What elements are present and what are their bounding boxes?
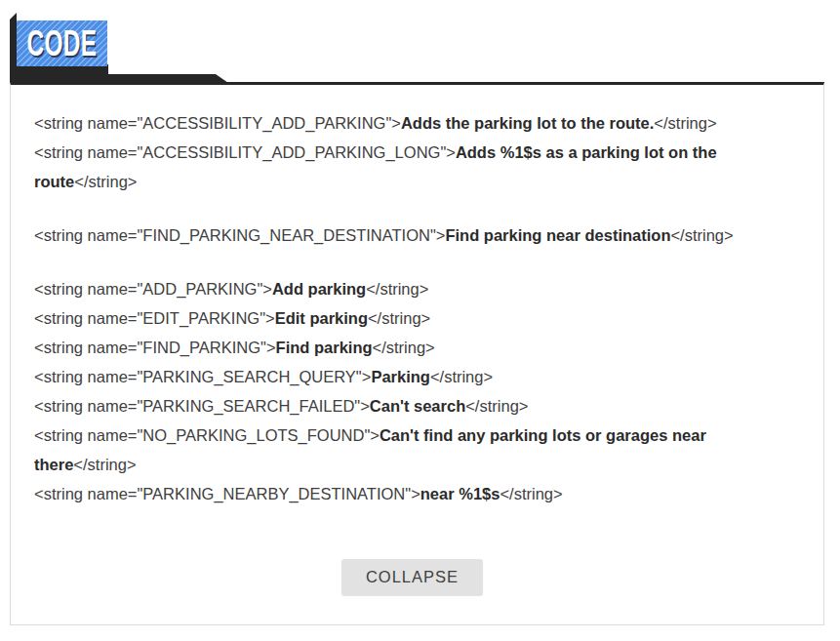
string-value: route: [34, 173, 74, 190]
string-value: Add parking: [272, 280, 366, 298]
string-value: near %1$s: [420, 485, 500, 502]
code-entries: <string name="ACCESSIBILITY_ADD_PARKING"…: [34, 108, 790, 508]
string-value: Find parking: [276, 339, 373, 356]
xml-open-tag: <string name="FIND_PARKING">: [34, 339, 276, 356]
code-group: <string name="FIND_PARKING_NEAR_DESTINAT…: [34, 220, 790, 250]
xml-close-tag: </string>: [373, 339, 435, 356]
string-value: Can't search: [370, 397, 465, 415]
xml-close-tag: </string>: [73, 456, 136, 473]
badge-blue-box: CODE: [17, 20, 107, 66]
code-group: <string name="ADD_PARKING">Add parking</…: [34, 274, 790, 508]
badge-label: CODE: [27, 25, 98, 61]
xml-open-tag: <string name="PARKING_SEARCH_FAILED">: [34, 397, 370, 415]
code-group: <string name="ACCESSIBILITY_ADD_PARKING"…: [34, 108, 790, 196]
xml-string-entry: <string name="FIND_PARKING">Find parking…: [34, 333, 790, 362]
xml-string-entry: <string name="PARKING_NEARBY_DESTINATION…: [34, 479, 790, 508]
xml-close-tag: </string>: [465, 397, 528, 415]
xml-close-tag: </string>: [74, 173, 137, 190]
xml-close-tag: </string>: [500, 485, 562, 502]
xml-string-entry: <string name="ACCESSIBILITY_ADD_PARKING"…: [34, 108, 790, 138]
xml-string-entry: <string name="EDIT_PARKING">Edit parking…: [34, 303, 790, 333]
button-row: COLLAPSE: [34, 559, 790, 595]
page: CODE <string name="ACCESSIBILITY_ADD_PAR…: [0, 0, 840, 641]
code-block: <string name="ACCESSIBILITY_ADD_PARKING"…: [10, 82, 824, 625]
string-value: there: [34, 456, 73, 473]
xml-close-tag: </string>: [368, 309, 430, 327]
collapse-button[interactable]: COLLAPSE: [341, 559, 483, 595]
xml-string-entry: <string name="FIND_PARKING_NEAR_DESTINAT…: [34, 220, 790, 250]
xml-close-tag: </string>: [366, 280, 428, 298]
xml-string-entry: <string name="NO_PARKING_LOTS_FOUND">Can…: [34, 421, 790, 479]
string-value: Adds %1$s as a parking lot on the: [456, 143, 717, 161]
string-value: Can't find any parking lots or garages n…: [380, 426, 706, 444]
xml-close-tag: </string>: [430, 368, 493, 385]
xml-open-tag: <string name="NO_PARKING_LOTS_FOUND">: [34, 426, 380, 444]
xml-string-entry: <string name="ACCESSIBILITY_ADD_PARKING_…: [34, 138, 790, 196]
xml-open-tag: <string name="ACCESSIBILITY_ADD_PARKING"…: [34, 114, 401, 132]
xml-close-tag: </string>: [654, 114, 716, 132]
xml-open-tag: <string name="PARKING_NEARBY_DESTINATION…: [34, 485, 420, 502]
string-value: Parking: [371, 368, 430, 385]
xml-open-tag: <string name="ACCESSIBILITY_ADD_PARKING_…: [34, 143, 456, 161]
xml-close-tag: </string>: [670, 226, 733, 244]
xml-string-entry: <string name="PARKING_SEARCH_FAILED">Can…: [34, 391, 790, 421]
xml-open-tag: <string name="ADD_PARKING">: [34, 280, 272, 298]
xml-string-entry: <string name="PARKING_SEARCH_QUERY">Park…: [34, 362, 790, 391]
xml-open-tag: <string name="PARKING_SEARCH_QUERY">: [34, 368, 371, 385]
string-value: Adds the parking lot to the route.: [401, 114, 654, 132]
xml-string-entry: <string name="ADD_PARKING">Add parking</…: [34, 274, 790, 303]
xml-open-tag: <string name="EDIT_PARKING">: [34, 309, 275, 327]
string-value: Find parking near destination: [445, 226, 670, 244]
string-value: Edit parking: [275, 309, 368, 327]
xml-open-tag: <string name="FIND_PARKING_NEAR_DESTINAT…: [34, 226, 445, 244]
